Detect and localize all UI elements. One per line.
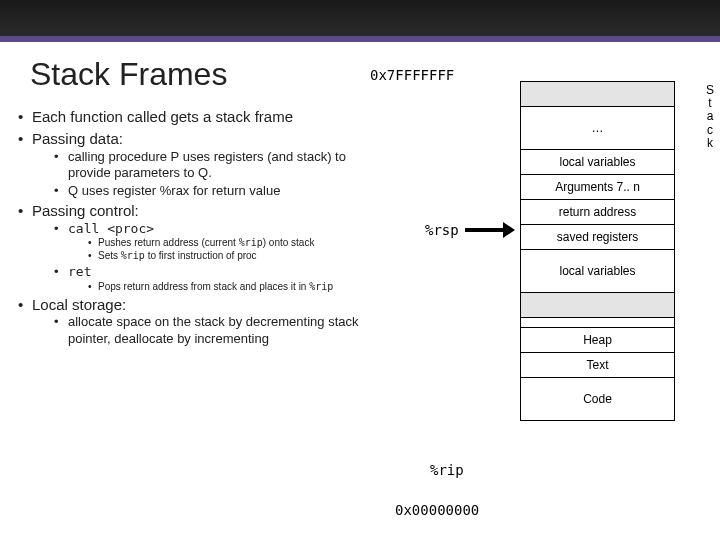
cell-code: Code bbox=[520, 377, 675, 421]
cell-ellipsis: … bbox=[520, 106, 675, 150]
bullet-local-storage: Local storage: allocate space on the sta… bbox=[10, 296, 370, 347]
stack-vertical-label: Stack bbox=[704, 84, 716, 150]
slide-body: Each function called gets a stack frame … bbox=[10, 108, 370, 350]
title-bar-dark bbox=[0, 0, 720, 36]
bullet-stackframe: Each function called gets a stack frame bbox=[10, 108, 370, 127]
set-text-a: Sets bbox=[98, 250, 121, 261]
sub-q-rax: Q uses register %rax for return value bbox=[52, 183, 370, 199]
bullet-local-storage-label: Local storage: bbox=[32, 296, 126, 313]
ret-code: ret bbox=[68, 264, 91, 279]
bullet-passing-control: Passing control: call <proc> Pushes retu… bbox=[10, 202, 370, 292]
slide-title: Stack Frames bbox=[30, 56, 227, 93]
push-text-a: Pushes return address (current bbox=[98, 237, 239, 248]
sub-ret-pop: Pops return address from stack and place… bbox=[86, 281, 370, 293]
sub-call-push: Pushes return address (current %rip) ont… bbox=[86, 237, 370, 249]
address-top: 0x7FFFFFFF bbox=[370, 67, 454, 83]
sub-call: call <proc> Pushes return address (curre… bbox=[52, 221, 370, 262]
address-bottom: 0x00000000 bbox=[395, 502, 479, 518]
bullet-passing-data: Passing data: calling procedure P uses r… bbox=[10, 130, 370, 200]
cell-return-address: return address bbox=[520, 199, 675, 225]
bullet-passing-control-label: Passing control: bbox=[32, 202, 139, 219]
cell-local-vars-1: local variables bbox=[520, 149, 675, 175]
rsp-label: %rsp bbox=[425, 222, 459, 238]
call-code: call <proc> bbox=[68, 221, 154, 236]
push-text-b: ) onto stack bbox=[263, 237, 315, 248]
arrow-icon bbox=[465, 222, 515, 238]
pop-rip: %rip bbox=[309, 281, 333, 292]
cell-shade-1 bbox=[520, 292, 675, 318]
sub-call-set: Sets %rip to first instruction of proc bbox=[86, 250, 370, 262]
cell-header bbox=[520, 81, 675, 107]
cell-arguments: Arguments 7.. n bbox=[520, 174, 675, 200]
bullet-passing-data-label: Passing data: bbox=[32, 130, 123, 147]
memory-diagram: … local variables Arguments 7.. n return… bbox=[520, 82, 675, 421]
cell-text: Text bbox=[520, 352, 675, 378]
rip-label: %rip bbox=[430, 462, 464, 478]
cell-saved-registers: saved registers bbox=[520, 224, 675, 250]
cell-local-vars-2: local variables bbox=[520, 249, 675, 293]
sub-p-registers: calling procedure P uses registers (and … bbox=[52, 149, 370, 182]
sub-allocate: allocate space on the stack by decrement… bbox=[52, 314, 370, 347]
sub-ret: ret Pops return address from stack and p… bbox=[52, 264, 370, 292]
set-text-b: to first instruction of proc bbox=[145, 250, 257, 261]
accent-bar bbox=[0, 36, 720, 42]
push-rip: %rip bbox=[239, 237, 263, 248]
set-rip: %rip bbox=[121, 250, 145, 261]
cell-heap: Heap bbox=[520, 327, 675, 353]
pop-text: Pops return address from stack and place… bbox=[98, 281, 309, 292]
